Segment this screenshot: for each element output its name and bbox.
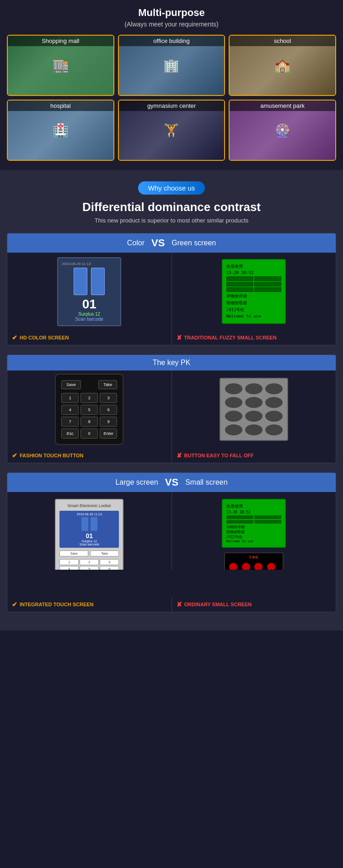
compare-foot-left-color: ✔ HD COLOR SCREEN xyxy=(7,330,172,345)
venue-label-school: school xyxy=(230,36,335,46)
red-dot-3 xyxy=(254,563,263,570)
old-kp-6 xyxy=(265,397,283,408)
locker-screen: 2019-08-29 11:13 01 Surplus 12 Scan barc… xyxy=(59,511,119,548)
old-kp-2 xyxy=(245,383,263,394)
old-kp-0b xyxy=(245,424,263,435)
compare-images-color: 2019-08-29 11:13 01 Surplus 12 Scan barc… xyxy=(7,253,336,330)
screen-number: 01 xyxy=(62,297,117,312)
diff-title: Differential dominance contrast xyxy=(7,200,336,214)
compare-header-screen: Large screen VS Small screen xyxy=(7,473,336,492)
compare-header-key: The key PK xyxy=(7,355,336,370)
venue-card-hospital: 🏥 hospital xyxy=(7,100,114,161)
diff-sub: This new product is superior to most oth… xyxy=(7,217,336,224)
compare-foot-right-key: ✘ BUTTON EASY TO FALL OFF xyxy=(172,448,336,463)
old-kp-4 xyxy=(225,397,242,408)
compare-img-left-screen: Smart Electronic Locker 2019-08-29 11:13… xyxy=(7,492,172,570)
lm-key-5: 5 xyxy=(80,566,99,570)
venue-card-amusement: 🎡 amusement park xyxy=(229,100,336,161)
foot-label-screen-left: INTEGRATED TOUCH SCREEN xyxy=(20,602,94,607)
compare-left-label-color: Color xyxy=(127,239,145,247)
lm-key-4: 4 xyxy=(59,566,79,570)
locker-keypad-nums: 1 2 3 4 5 6 7 8 9 Esc 0 Enter xyxy=(59,559,119,570)
screen-scan: Scan barcode xyxy=(62,317,117,322)
keypad-top-row: Save Take xyxy=(61,380,117,389)
modern-keypad-mock: Save Take 1 2 3 4 5 6 7 8 9 Esc 0 xyxy=(55,374,123,445)
kp-2: 2 xyxy=(80,393,98,403)
kp-7: 7 xyxy=(61,417,79,427)
kp-enter: Enter xyxy=(100,429,117,439)
compare-key-center-label: The key PK xyxy=(153,359,191,367)
old-kp-9 xyxy=(265,411,283,422)
compare-foot-right-color: ✘ TRADITIONAL FUZZY SMALL SCREEN xyxy=(172,330,336,345)
kp-5: 5 xyxy=(80,405,98,415)
compare-img-right-key xyxy=(172,370,336,448)
compare-img-left-color: 2019-08-29 11:13 01 Surplus 12 Scan barc… xyxy=(7,253,172,330)
lm-key-3: 3 xyxy=(100,559,119,565)
venue-card-school: 🏫 school xyxy=(229,35,336,96)
compare-block-screen: Large screen VS Small screen Smart Elect… xyxy=(7,472,336,612)
kp-6: 6 xyxy=(100,405,117,415)
kp-0: 0 xyxy=(80,429,98,439)
compare-footer-color: ✔ HD COLOR SCREEN ✘ TRADITIONAL FUZZY SM… xyxy=(7,330,336,345)
foot-label-color-right: TRADITIONAL FUZZY SMALL SCREEN xyxy=(184,335,277,340)
compare-right-label-screen: Small screen xyxy=(185,478,227,487)
locker-title: Smart Electronic Locker xyxy=(67,503,111,508)
sub-title: (Always meet your requirements) xyxy=(5,21,338,28)
red-dot-4 xyxy=(267,563,275,570)
kp-4: 4 xyxy=(61,405,79,415)
large-locker-mock: Smart Electronic Locker 2019-08-29 11:13… xyxy=(55,499,123,570)
kp-esc: Esc xyxy=(61,429,79,439)
venue-grid: 🏬 Shopping mall 🏢 office building 🏫 scho… xyxy=(5,35,338,161)
green-screen-mock: 欢迎使用 13-20 20:52 存物按存键 取物按取键 xyxy=(222,259,286,324)
old-kp-star xyxy=(225,424,242,435)
vs-text-color: VS xyxy=(151,237,165,249)
cross-icon-screen: ✘ xyxy=(177,601,182,608)
red-dots-grid xyxy=(227,561,281,570)
gs-line-3: 存物按存键 xyxy=(226,293,281,299)
old-kp-8 xyxy=(245,411,263,422)
middle-section: Why choose us Differential dominance con… xyxy=(0,170,343,630)
foot-label-key-right: BUTTON EASY TO FALL OFF xyxy=(184,453,254,458)
old-kp-7 xyxy=(225,411,242,422)
old-kp-5 xyxy=(245,397,263,408)
lm-key-2: 2 xyxy=(80,559,99,565)
old-keypad-mock xyxy=(220,378,288,441)
old-kp-3 xyxy=(265,383,283,394)
gs-line-2: 13-20 20:52 xyxy=(226,270,281,275)
screen-date: 2019-08-29 11:13 xyxy=(62,262,117,266)
venue-label-gym: gymnasium center xyxy=(119,101,225,111)
red-dot-2 xyxy=(242,563,250,570)
screen-surplus: Surplus 12 xyxy=(62,312,117,317)
cross-icon-key: ✘ xyxy=(177,452,182,459)
top-section: Multi-purpose (Always meet your requirem… xyxy=(0,0,343,170)
locker-keypad-top: Save Take xyxy=(59,550,119,556)
lm-key-1: 1 xyxy=(59,559,79,565)
venue-label-hospital: hospital xyxy=(8,101,113,111)
old-kp-hash xyxy=(265,424,283,435)
old-kp-1 xyxy=(225,383,242,394)
vs-text-screen: VS xyxy=(165,476,178,488)
small-green-screen: 欢迎使用 13-20 20:52 存物按存键 取物按取键 [01]号柜 Welc… xyxy=(222,499,286,548)
compare-left-label-screen: Large screen xyxy=(115,478,158,487)
compare-right-label-color: Green screen xyxy=(172,239,216,247)
compare-foot-left-screen: ✔ INTEGRATED TOUCH SCREEN xyxy=(7,597,172,612)
compare-header-color: Color VS Green screen xyxy=(7,233,336,253)
kp-num-grid: 1 2 3 4 5 6 7 8 9 Esc 0 Enter xyxy=(61,393,117,439)
gs-line-6: Welcome to use xyxy=(226,314,281,318)
foot-label-color-left: HD COLOR SCREEN xyxy=(20,335,69,340)
kp-take-btn: Take xyxy=(98,380,117,389)
why-badge: Why choose us xyxy=(138,181,205,195)
kp-8: 8 xyxy=(80,417,98,427)
why-center: Why choose us xyxy=(7,181,336,200)
compare-block-key: The key PK Save Take 1 2 3 4 5 6 xyxy=(7,355,336,463)
venue-card-office: 🏢 office building xyxy=(118,35,225,96)
compare-foot-right-screen: ✘ ORDINARY SMALL SCREEN xyxy=(172,597,336,612)
check-icon-screen: ✔ xyxy=(12,601,17,608)
venue-label-shopping: Shopping mall xyxy=(8,36,113,46)
foot-label-key-left: FASHION TOUCH BUTTON xyxy=(20,453,84,458)
venue-label-office: office building xyxy=(119,36,225,46)
compare-images-screen: Smart Electronic Locker 2019-08-29 11:13… xyxy=(7,492,336,597)
compare-img-left-key: Save Take 1 2 3 4 5 6 7 8 9 Esc 0 xyxy=(7,370,172,448)
red-dot-1 xyxy=(229,563,237,570)
gs-line-4: 取物按取键 xyxy=(226,300,281,306)
